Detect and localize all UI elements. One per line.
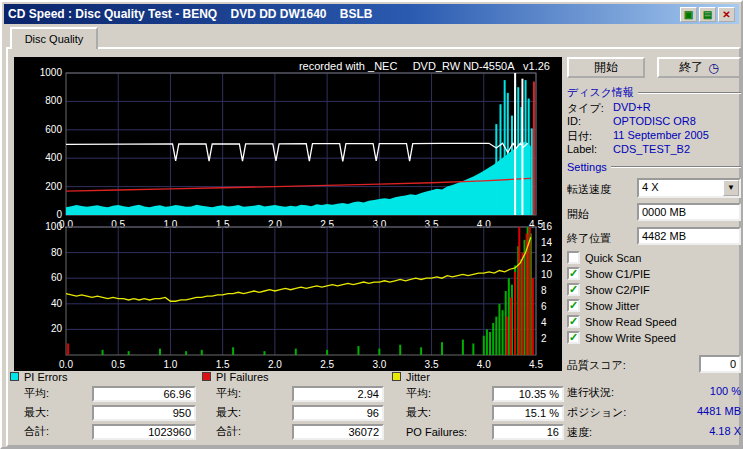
show-jitter-label: Show Jitter [585, 300, 639, 312]
show-jitter-checkbox[interactable]: ✓ [567, 299, 580, 312]
checkbox-show-jitter[interactable]: ✓ Show Jitter [567, 299, 639, 312]
show-read-speed-label: Show Read Speed [585, 316, 677, 328]
quick-scan-checkbox[interactable] [567, 251, 580, 264]
titlebar-green-button-1[interactable]: ▣ [680, 7, 697, 22]
disc-date-row: 日付: 11 September 2005 [567, 129, 741, 144]
end-pos-field[interactable]: 4482 MB [637, 227, 741, 245]
progress-row: 進行状況: 100 % [567, 385, 741, 400]
disc-id-label: ID: [567, 115, 613, 127]
disc-id-row: ID: OPTODISC OR8 [567, 115, 741, 127]
svg-text:60: 60 [51, 272, 63, 283]
svg-text:4: 4 [541, 317, 547, 328]
pie-avg-label: 平均: [24, 386, 49, 401]
svg-text:14: 14 [541, 237, 553, 248]
divider [638, 92, 741, 94]
disc-date-value: 11 September 2005 [613, 129, 709, 144]
progress-label: 進行状況: [567, 385, 614, 400]
pie-max-value: 950 [92, 405, 196, 421]
jitter-avg-label: 平均: [406, 386, 431, 401]
position-label: ポジション: [567, 405, 626, 420]
disc-label-label: Label: [567, 143, 613, 155]
jitter-chart [66, 227, 536, 355]
show-write-speed-label: Show Write Speed [585, 332, 676, 344]
svg-text:8: 8 [541, 285, 547, 296]
pif-max-label: 最大: [216, 405, 241, 420]
quality-charts: 020040060080010000.00.51.01.52.02.53.03.… [14, 57, 562, 371]
end-pos-label: 終了位置 [567, 231, 611, 246]
svg-text:20: 20 [51, 323, 63, 334]
svg-text:12: 12 [541, 253, 553, 264]
svg-text:600: 600 [45, 124, 62, 135]
speed-row: 速度: 4.18 X [567, 425, 741, 440]
show-c1-pie-checkbox[interactable]: ✓ [567, 267, 580, 280]
position-row: ポジション: 4481 MB [567, 405, 741, 420]
checkbox-show-c2-pif[interactable]: ✓ Show C2/PIF [567, 283, 650, 296]
pi-failures-series [102, 227, 532, 355]
show-read-speed-checkbox[interactable]: ✓ [567, 315, 580, 328]
pie-total-label: 合計: [24, 424, 49, 439]
quick-scan-label: Quick Scan [585, 252, 641, 264]
start-pos-field[interactable]: 0000 MB [637, 203, 741, 221]
pi-failures-swatch [202, 372, 211, 381]
recorded-with-text: recorded with _NEC DVD_RW ND-4550A v1.26 [299, 60, 550, 72]
disc-info-header-label: ディスク情報 [567, 85, 634, 100]
speed-select[interactable]: 4 X ▼ [637, 178, 741, 198]
checkbox-quick-scan[interactable]: Quick Scan [567, 251, 641, 264]
svg-text:10: 10 [541, 269, 553, 280]
show-write-speed-checkbox[interactable]: ✓ [567, 331, 580, 344]
svg-text:2: 2 [541, 333, 547, 344]
close-icon[interactable]: ✕ [718, 7, 735, 22]
checkbox-show-c1-pie[interactable]: ✓ Show C1/PIE [567, 267, 650, 280]
po-failures-label: PO Failures: [406, 426, 467, 438]
pi-errors-panel: PI Errors 平均:66.96 最大:950 合計:1023960 [10, 369, 196, 443]
titlebar: CD Speed : Disc Quality Test - BENQ DVD … [4, 4, 739, 24]
quality-score-label: 品質スコア: [567, 358, 626, 373]
show-c2-pif-label: Show C2/PIF [585, 284, 650, 296]
disc-info-header: ディスク情報 [567, 85, 741, 100]
disc-type-value: DVD+R [613, 101, 651, 116]
speed-label: 速度: [567, 425, 592, 440]
checkbox-show-read-speed[interactable]: ✓ Show Read Speed [567, 315, 677, 328]
tab-panel: 020040060080010000.00.51.01.52.02.53.03.… [6, 47, 741, 447]
svg-text:40: 40 [51, 298, 63, 309]
pi-failures-panel: PI Failures 平均:2.94 最大:96 合計:36072 [202, 369, 384, 443]
start-button[interactable]: 開始 [567, 57, 645, 78]
disc-date-label: 日付: [567, 129, 613, 144]
write-speed-end-spike-series [533, 82, 535, 215]
tab-disc-quality[interactable]: Disc Quality [10, 27, 98, 49]
svg-text:6: 6 [541, 301, 547, 312]
speed-select-label: 転送速度 [567, 182, 611, 197]
pif-avg-value: 2.94 [292, 386, 384, 402]
svg-text:80: 80 [51, 247, 63, 258]
titlebar-green-button-2[interactable]: ▤ [699, 7, 716, 22]
svg-text:1000: 1000 [40, 67, 63, 78]
disc-type-label: タイプ: [567, 101, 613, 116]
show-c1-pie-label: Show C1/PIE [585, 268, 650, 280]
pif-avg-label: 平均: [216, 386, 241, 401]
clock-icon: ◷ [708, 61, 718, 75]
jitter-series [66, 237, 531, 301]
disc-label-value: CDS_TEST_B2 [613, 143, 690, 155]
disc-id-value: OPTODISC OR8 [613, 115, 696, 127]
window-title: CD Speed : Disc Quality Test - BENQ DVD … [8, 7, 678, 21]
jitter-avg-value: 10.35 % [492, 386, 564, 402]
progress-value: 100 % [710, 385, 741, 400]
pi-errors-series [66, 141, 531, 215]
svg-text:200: 200 [45, 181, 62, 192]
show-c2-pif-checkbox[interactable]: ✓ [567, 283, 580, 296]
exit-button-label: 終了 [679, 59, 703, 76]
pif-total-label: 合計: [216, 424, 241, 439]
jitter-swatch [392, 372, 401, 381]
jitter-max-label: 最大: [406, 405, 431, 420]
svg-text:400: 400 [45, 152, 62, 163]
exit-button[interactable]: 終了 ◷ [657, 57, 741, 78]
pi-errors-title: PI Errors [24, 371, 67, 383]
divider [611, 166, 741, 168]
svg-text:100: 100 [45, 221, 62, 232]
jitter-title: Jitter [406, 371, 430, 383]
disc-label-row: Label: CDS_TEST_B2 [567, 143, 741, 155]
checkbox-show-write-speed[interactable]: ✓ Show Write Speed [567, 331, 676, 344]
chevron-down-icon[interactable]: ▼ [723, 180, 739, 196]
app-window: CD Speed : Disc Quality Test - BENQ DVD … [0, 0, 743, 449]
pi-errors-swatch [10, 372, 19, 381]
